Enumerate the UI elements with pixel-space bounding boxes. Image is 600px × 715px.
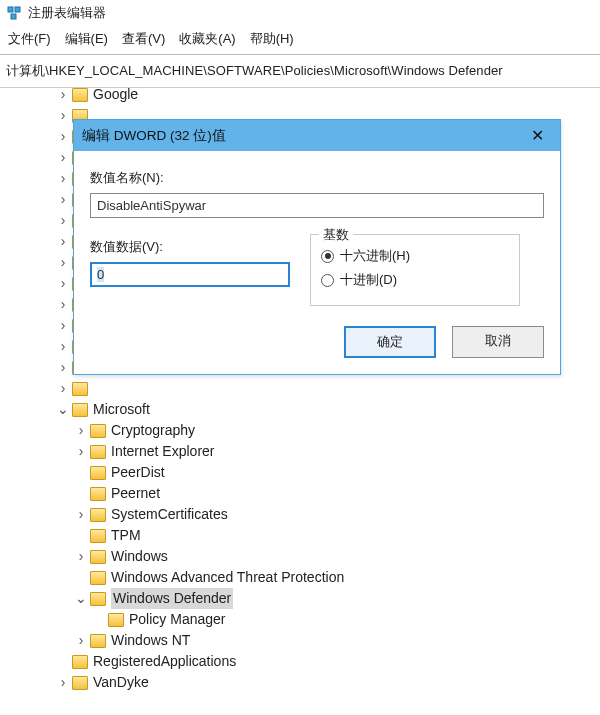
chevron-right-icon[interactable]: › [56, 105, 70, 126]
folder-icon [90, 424, 106, 438]
chevron-right-icon[interactable]: › [56, 210, 70, 231]
chevron-down-icon[interactable]: ⌄ [56, 399, 70, 420]
tree-item-label: TPM [111, 525, 141, 546]
chevron-right-icon[interactable]: › [74, 441, 88, 462]
tree-item[interactable]: › [20, 378, 600, 399]
tree-item-label: PeerDist [111, 462, 165, 483]
tree-item-label: Google [93, 84, 138, 105]
menu-bar: 文件(F) 编辑(E) 查看(V) 收藏夹(A) 帮助(H) [0, 26, 600, 55]
chevron-right-icon[interactable]: · [74, 567, 88, 588]
menu-view[interactable]: 查看(V) [122, 30, 165, 48]
chevron-right-icon[interactable]: · [74, 462, 88, 483]
chevron-right-icon[interactable]: · [92, 609, 106, 630]
chevron-right-icon[interactable]: › [56, 168, 70, 189]
tree-item-label: Cryptography [111, 420, 195, 441]
chevron-right-icon[interactable]: › [74, 546, 88, 567]
svg-rect-1 [15, 7, 20, 12]
radio-dec-label: 十进制(D) [340, 271, 397, 289]
value-name-label: 数值名称(N): [90, 169, 544, 187]
tree-item[interactable]: ›Google [20, 84, 600, 105]
chevron-right-icon[interactable]: › [56, 189, 70, 210]
tree-item-label: Windows NT [111, 630, 190, 651]
chevron-right-icon[interactable]: › [74, 420, 88, 441]
tree-item-label: Policy Manager [129, 609, 226, 630]
tree-item[interactable]: ⌄Microsoft [20, 399, 600, 420]
folder-icon [72, 382, 88, 396]
dialog-titlebar[interactable]: 编辑 DWORD (32 位)值 ✕ [74, 120, 560, 151]
chevron-right-icon[interactable]: › [56, 672, 70, 693]
folder-icon [90, 592, 106, 606]
tree-item[interactable]: ›SystemCertificates [20, 504, 600, 525]
tree-item-label: Windows [111, 546, 168, 567]
menu-file[interactable]: 文件(F) [8, 30, 51, 48]
radio-hex-label: 十六进制(H) [340, 247, 410, 265]
radio-icon [321, 274, 334, 287]
value-name-input[interactable] [90, 193, 544, 218]
chevron-right-icon[interactable]: · [56, 651, 70, 672]
regedit-icon [6, 5, 22, 21]
chevron-right-icon[interactable]: › [74, 504, 88, 525]
tree-item[interactable]: ›Windows NT [20, 630, 600, 651]
chevron-right-icon[interactable]: › [56, 378, 70, 399]
tree-item[interactable]: ·Policy Manager [20, 609, 600, 630]
chevron-right-icon[interactable]: · [74, 483, 88, 504]
base-fieldset: 基数 十六进制(H) 十进制(D) [310, 234, 520, 306]
chevron-right-icon[interactable]: › [56, 273, 70, 294]
cancel-button[interactable]: 取消 [452, 326, 544, 358]
chevron-right-icon[interactable]: › [56, 357, 70, 378]
tree-item[interactable]: ·RegisteredApplications [20, 651, 600, 672]
tree-item[interactable]: ›Internet Explorer [20, 441, 600, 462]
edit-dword-dialog: 编辑 DWORD (32 位)值 ✕ 数值名称(N): 数值数据(V): 0 基… [73, 119, 561, 375]
dialog-title: 编辑 DWORD (32 位)值 [82, 127, 522, 145]
tree-item[interactable]: ›VanDyke [20, 672, 600, 693]
chevron-right-icon[interactable]: › [56, 84, 70, 105]
folder-icon [72, 655, 88, 669]
chevron-right-icon[interactable]: · [74, 525, 88, 546]
chevron-right-icon[interactable]: › [56, 294, 70, 315]
chevron-right-icon[interactable]: › [56, 336, 70, 357]
tree-item-label: VanDyke [93, 672, 149, 693]
radio-hex[interactable]: 十六进制(H) [321, 247, 509, 265]
folder-icon [90, 445, 106, 459]
chevron-right-icon[interactable]: › [56, 147, 70, 168]
chevron-right-icon[interactable]: › [56, 252, 70, 273]
tree-item-label: RegisteredApplications [93, 651, 236, 672]
folder-icon [108, 613, 124, 627]
chevron-right-icon[interactable]: › [56, 126, 70, 147]
menu-favorites[interactable]: 收藏夹(A) [179, 30, 235, 48]
value-data-text: 0 [97, 267, 104, 282]
menu-help[interactable]: 帮助(H) [250, 30, 294, 48]
ok-button[interactable]: 确定 [344, 326, 436, 358]
folder-icon [72, 403, 88, 417]
window-title: 注册表编辑器 [28, 4, 106, 22]
folder-icon [90, 466, 106, 480]
tree-item-label: Microsoft [93, 399, 150, 420]
chevron-right-icon[interactable]: › [56, 231, 70, 252]
close-icon[interactable]: ✕ [522, 126, 552, 145]
value-data-input[interactable]: 0 [90, 262, 290, 287]
folder-icon [90, 487, 106, 501]
folder-icon [90, 508, 106, 522]
chevron-right-icon[interactable]: › [56, 315, 70, 336]
tree-item[interactable]: ·Peernet [20, 483, 600, 504]
svg-rect-2 [11, 14, 16, 19]
menu-edit[interactable]: 编辑(E) [65, 30, 108, 48]
tree-item[interactable]: ›Cryptography [20, 420, 600, 441]
radio-icon [321, 250, 334, 263]
tree-item[interactable]: ·Windows Advanced Threat Protection [20, 567, 600, 588]
tree-item-label: Peernet [111, 483, 160, 504]
tree-item[interactable]: ·PeerDist [20, 462, 600, 483]
tree-item[interactable]: ›Windows [20, 546, 600, 567]
tree-item[interactable]: ·TPM [20, 525, 600, 546]
tree-item[interactable]: ⌄Windows Defender [20, 588, 600, 609]
folder-icon [90, 550, 106, 564]
radio-dec[interactable]: 十进制(D) [321, 271, 509, 289]
tree-item-label: Internet Explorer [111, 441, 215, 462]
chevron-right-icon[interactable]: › [74, 630, 88, 651]
base-legend: 基数 [319, 226, 353, 244]
tree-item-label: SystemCertificates [111, 504, 228, 525]
chevron-down-icon[interactable]: ⌄ [74, 588, 88, 609]
window-titlebar: 注册表编辑器 [0, 0, 600, 26]
folder-icon [90, 529, 106, 543]
value-data-label: 数值数据(V): [90, 238, 290, 256]
